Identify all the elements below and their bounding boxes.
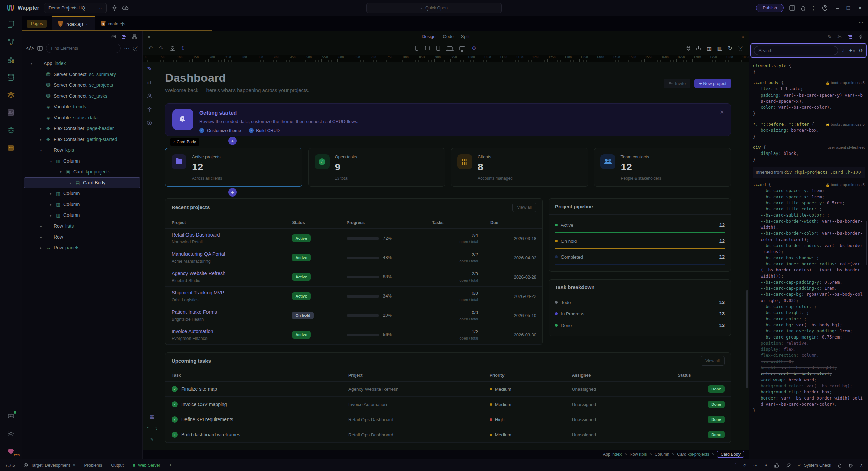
css-declaration[interactable]: --bs-card-cap-padding-x: 1rem; [753,285,865,291]
project-row[interactable]: Shipment Tracking MVP Orbit Logistics Ac… [165,287,542,306]
kpi-card[interactable]: Clients 8 Accounts managed [451,148,588,187]
web-server-status[interactable]: Web Server [133,463,160,468]
banner-close-icon[interactable]: ✕ [719,109,724,115]
css-declaration[interactable]: display: block; [753,150,865,157]
css-rule[interactable]: div { user agent stylesheet display: blo… [753,144,865,163]
target-tool-icon[interactable] [147,120,152,125]
project-selector[interactable]: Demo Projects HQ ⌄ [44,3,107,13]
free-move-icon[interactable]: ✥ [472,45,476,52]
css-declaration[interactable]: word-wrap: break-word; [753,377,865,383]
more-icon[interactable]: ⋯ [753,463,757,468]
split-panel-icon[interactable] [789,5,795,11]
canvas-scrollbar[interactable] [746,290,748,388]
pages-icon[interactable] [7,20,15,28]
css-declaration[interactable]: --bs-card-inner-border-radius: calc(var(… [753,261,865,279]
breadcrumb-item[interactable]: Row kpis [630,452,647,457]
view-mode-tab[interactable]: Code [443,34,454,39]
breadcrumb-item[interactable]: Card Body [717,451,744,458]
undo-icon[interactable]: ↶ [148,45,153,52]
problems-button[interactable]: Problems [84,463,102,468]
board-view-icon[interactable] [37,46,43,51]
project-row[interactable]: Retail Ops Dashboard Northwind Retail Ac… [165,229,542,248]
grid-icon[interactable]: ▦ [707,45,712,52]
css-rule[interactable]: .card { 🔓 bootstrap.min.css:5 --bs-card-… [753,182,865,413]
assistant-small-icon[interactable] [111,34,116,39]
task-row[interactable]: ✓Invoice CSV mapping Invoice Automation … [165,397,731,412]
ai-assistant-icon[interactable] [7,412,15,420]
project-link[interactable]: Retail Ops Dashboard [172,232,280,238]
rule-source[interactable]: user agent stylesheet [828,144,865,150]
task-row[interactable]: ✓Define KPI requirements Retail Ops Dash… [165,412,731,427]
project-link[interactable]: Shipment Tracking MVP [172,290,280,295]
styles-scrollbar[interactable] [866,221,867,265]
tree-item[interactable]: Variable status_data [24,112,140,123]
css-declaration[interactable]: --bs-card-spacer-x: 1rem; [753,194,865,200]
minimize-button[interactable]: – [836,5,839,11]
dark-mode-icon[interactable]: ☾ [181,45,186,52]
output-button[interactable]: Output [111,463,124,468]
css-declaration[interactable]: --bs-card-height: ; [753,310,865,316]
tree-item[interactable]: ▸ Card Body [24,177,140,188]
tree-item[interactable]: ▾ Column [24,156,140,166]
upcoming-view-all-button[interactable]: View all [701,356,725,366]
collapse-right-icon[interactable]: » [741,34,744,39]
view-mode-tab[interactable]: Design [422,34,435,39]
redo-icon[interactable]: ↷ [159,45,163,52]
sparkles-icon[interactable]: ✦ [764,463,768,468]
css-rule[interactable]: .card-body { 🔓 bootstrap.min.css:5 flex:… [753,80,865,117]
collapse-left-icon[interactable]: « [147,34,150,39]
drag-handle[interactable] [147,427,157,430]
css-rule[interactable]: element.style { } [753,63,865,75]
device-tablet-icon[interactable] [436,46,440,51]
database-icon[interactable] [7,73,15,81]
export-icon[interactable] [696,46,701,51]
restore-button[interactable]: ❐ [846,5,851,11]
kpi-card[interactable]: Team contacts 12 People & stakeholders [594,148,731,187]
refresh-icon[interactable]: ↻ [728,45,732,52]
pages-chip[interactable]: Pages [27,20,47,28]
toggle-state-icon[interactable]: ⑀ [842,48,845,53]
pro-heart-icon[interactable]: PRO [7,447,15,455]
device-desktop-icon[interactable] [459,46,465,50]
tree-item[interactable]: ▸ Flex Container getting-started [24,134,140,145]
reload-icon[interactable]: ↻ [743,463,746,468]
css-declaration[interactable]: flex: ▷ 1 1 auto; [753,86,865,92]
task-row[interactable]: ✓Finalize site map Agency Website Refres… [165,382,731,397]
tree-item[interactable]: ▸ Row panels [24,242,140,253]
project-row[interactable]: Patient Intake Forms Brightside Health O… [165,306,542,325]
css-declaration[interactable]: --bs-card-title-color: ; [753,206,865,212]
file-tab[interactable]: 5 main.ejs [95,16,132,31]
breadcrumb-item[interactable]: Column [655,452,669,457]
css-declaration[interactable]: background-color: var(--bs-card-bg); [753,383,865,389]
tree-item[interactable]: ▾ App index [24,58,140,69]
cloud-download-icon[interactable] [122,5,129,11]
project-link[interactable]: Manufacturing QA Portal [172,251,280,257]
tree-item[interactable]: ▸ Column [24,188,140,199]
edit-style-icon[interactable]: ✎ [828,34,832,39]
target-selector[interactable]: Target: Development ⇅ [24,463,76,468]
tree-more-icon[interactable]: ⋯ [124,45,130,52]
breadcrumb-item[interactable]: Card kpi-projects [677,452,709,457]
task-row[interactable]: ✓Build dashboard wireframes Retail Ops D… [165,427,731,443]
design-help-icon[interactable]: ? [738,46,743,51]
edit-pencil-icon[interactable]: ✎ [147,66,152,72]
css-declaration[interactable]: --bs-card-group-margin: 0.75rem; [753,334,865,340]
panel-menu-icon[interactable]: ⋯ [859,20,863,25]
tree-item[interactable]: ▸ Row [24,231,140,242]
selection-tag[interactable]: ‹Card Body [170,138,199,146]
theme-droplet-icon[interactable] [801,5,805,11]
kebab-menu-icon[interactable]: ⋮ [811,5,816,11]
project-row[interactable]: Manufacturing QA Portal Acme Manufacturi… [165,248,542,267]
screenshot-icon[interactable] [170,46,175,51]
file-tab[interactable]: 5 index.ejs ○ [52,16,95,31]
mini-edit-icon[interactable]: ✎ [150,437,154,442]
extract-style-icon[interactable]: ✄ [837,34,842,39]
css-search-input[interactable] [754,46,838,55]
tree-item[interactable]: Variable trends [24,101,140,112]
project-row[interactable]: Invoice Automation Evergreen Finance Act… [165,325,542,345]
tree-item[interactable]: ▾ Row kpis [24,145,140,156]
system-check[interactable]: ✓ System Check [797,463,831,468]
css-cascade-icon[interactable] [848,34,853,39]
css-declaration[interactable]: padding: var(--bs-card-spacer-y) var(--b… [753,92,865,104]
css-declaration[interactable]: --bs-card-bg: var(--bs-body-bg); [753,322,865,328]
